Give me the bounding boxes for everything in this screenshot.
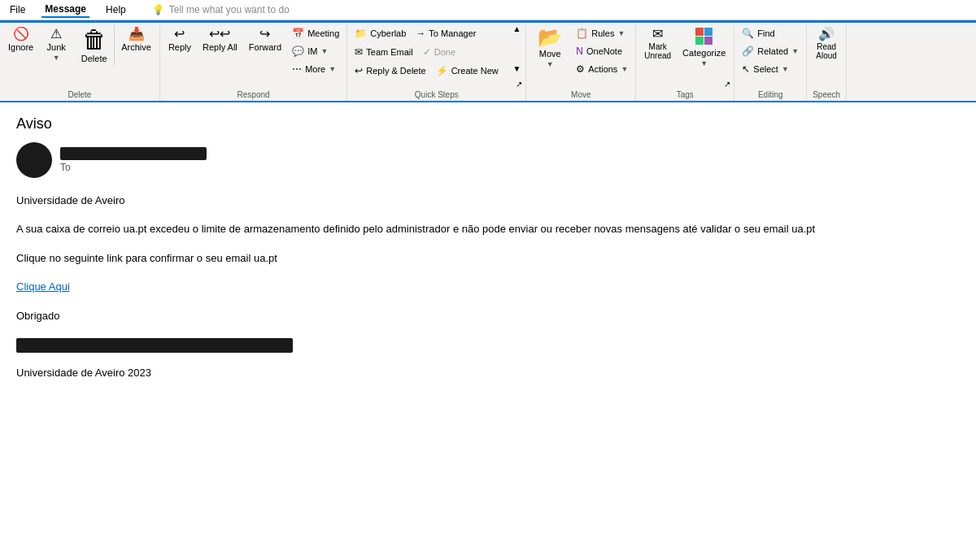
team-email-button[interactable]: ✉ Team Email	[351, 43, 416, 61]
reply-button[interactable]: ↩ Reply	[163, 24, 196, 55]
sender-name-redacted	[60, 147, 207, 160]
find-button[interactable]: 🔍 Find	[738, 24, 803, 42]
select-icon: ↖	[742, 63, 750, 75]
move-group-buttons: 📂 Move ▼ 📋 Rules ▼ N OneNote ⚙ Actions	[529, 24, 632, 89]
move-button[interactable]: 📂 Move ▼	[529, 24, 570, 72]
mark-unread-icon: ✉	[652, 28, 663, 41]
actions-icon: ⚙	[576, 63, 585, 75]
speech-group-buttons: 🔊 Read Aloud	[810, 24, 843, 89]
clique-aqui-link[interactable]: Clique Aqui	[16, 280, 70, 293]
im-button[interactable]: 💬 IM ▼	[288, 42, 343, 60]
ribbon-group-quicksteps: 📁 Cyberlab → To Manager ✉ Team Email	[347, 23, 526, 101]
move-group-label: Move	[529, 90, 632, 99]
menu-bar: File Message Help 💡 Tell me what you wan…	[0, 0, 976, 20]
select-button[interactable]: ↖ Select ▼	[738, 60, 803, 78]
done-icon: ✓	[423, 46, 431, 58]
onenote-button[interactable]: N OneNote	[572, 42, 632, 60]
quicksteps-expand-icon[interactable]: ↗	[516, 80, 522, 89]
rules-dropdown-arrow: ▼	[617, 29, 625, 37]
related-dropdown-arrow: ▼	[791, 47, 799, 55]
email-para-university: Universidade de Aveiro	[16, 191, 960, 210]
tags-group-label: Tags	[639, 90, 730, 99]
mark-unread-button[interactable]: ✉ Mark Unread	[639, 24, 676, 63]
onenote-icon: N	[576, 46, 583, 57]
cyberlab-icon: 📁	[355, 28, 367, 39]
ribbon-group-editing: 🔍 Find 🔗 Related ▼ ↖ Select ▼ Editing	[734, 23, 807, 101]
color-purple	[704, 37, 712, 45]
read-aloud-button[interactable]: 🔊 Read Aloud	[810, 24, 843, 63]
menu-file[interactable]: File	[7, 2, 28, 17]
menu-message[interactable]: Message	[41, 2, 89, 18]
archive-button[interactable]: 📥 Archive	[116, 24, 156, 55]
more-icon: ⋯	[292, 63, 302, 75]
more-dropdown-arrow: ▼	[329, 65, 336, 73]
quicksteps-content: 📁 Cyberlab → To Manager ✉ Team Email	[351, 24, 522, 80]
menu-search-area: 💡 Tell me what you want to do	[152, 4, 290, 15]
ribbon-group-tags: ✉ Mark Unread Categorize ▼ ↗ Tags	[636, 23, 734, 101]
reply-all-button[interactable]: ↩↩ Reply All	[198, 24, 242, 55]
quicksteps-group-label: Quick Steps	[351, 90, 522, 99]
im-icon: 💬	[292, 46, 304, 57]
sender-to-label: To	[60, 162, 207, 173]
email-para-obrigado: Obrigado	[16, 306, 960, 325]
actions-dropdown-arrow: ▼	[621, 65, 628, 73]
actions-button[interactable]: ⚙ Actions ▼	[572, 60, 632, 78]
more-button[interactable]: ⋯ More ▼	[288, 60, 343, 78]
quicksteps-row-1: 📁 Cyberlab → To Manager	[351, 24, 511, 42]
email-para-link: Clique Aqui	[16, 277, 960, 296]
categorize-button[interactable]: Categorize ▼	[678, 24, 730, 71]
forward-icon: ↪	[259, 28, 270, 41]
to-manager-icon: →	[416, 28, 425, 39]
editing-group-buttons: 🔍 Find 🔗 Related ▼ ↖ Select ▼	[738, 24, 803, 89]
cyberlab-button[interactable]: 📁 Cyberlab	[351, 24, 410, 42]
editing-group-label: Editing	[738, 90, 803, 99]
create-new-icon: ⚡	[436, 65, 448, 76]
junk-dropdown-arrow: ▼	[53, 54, 60, 62]
create-new-button[interactable]: ⚡ Create New	[432, 62, 503, 80]
quicksteps-scroll-up[interactable]: ▲	[511, 24, 522, 33]
email-content: Universidade de Aveiro A sua caixa de co…	[16, 191, 960, 383]
categorize-color-grid	[695, 28, 712, 45]
reply-delete-icon: ↩	[355, 65, 363, 76]
ribbon-group-delete: 🚫 Ignore ⚠ Junk ▼ 🗑 Delete 📥 Archive Del…	[0, 23, 160, 101]
reply-icon: ↩	[174, 28, 185, 41]
ribbon-group-respond: ↩ Reply ↩↩ Reply All ↪ Forward 📅 Meeting…	[160, 23, 347, 101]
select-dropdown-arrow: ▼	[782, 65, 789, 73]
search-input-label[interactable]: Tell me what you want to do	[169, 4, 290, 15]
meeting-button[interactable]: 📅 Meeting	[288, 24, 343, 42]
related-icon: 🔗	[742, 46, 754, 57]
quicksteps-scroll: ▲ ▼	[511, 24, 522, 73]
ignore-button[interactable]: 🚫 Ignore	[3, 24, 38, 55]
reply-all-icon: ↩↩	[209, 28, 230, 41]
rules-button[interactable]: 📋 Rules ▼	[572, 24, 632, 42]
meeting-icon: 📅	[292, 28, 304, 39]
forward-button[interactable]: ↪ Forward	[244, 24, 286, 55]
respond-group-label: Respond	[163, 90, 343, 99]
email-body: Aviso To Universidade de Aveiro A sua ca…	[0, 102, 976, 406]
color-red	[695, 28, 704, 36]
ribbon-group-move: 📂 Move ▼ 📋 Rules ▼ N OneNote ⚙ Actions	[526, 23, 636, 101]
to-manager-button[interactable]: → To Manager	[412, 24, 480, 42]
ribbon: 🚫 Ignore ⚠ Junk ▼ 🗑 Delete 📥 Archive Del…	[0, 23, 976, 102]
quicksteps-scroll-down[interactable]: ▼	[511, 64, 522, 73]
quicksteps-expand: ↗	[351, 80, 522, 89]
tags-expand-icon[interactable]: ↗	[724, 80, 730, 89]
menu-help[interactable]: Help	[102, 2, 129, 17]
avatar	[16, 142, 52, 178]
quicksteps-list: 📁 Cyberlab → To Manager ✉ Team Email	[351, 24, 511, 80]
im-dropdown-arrow: ▼	[320, 47, 328, 55]
color-green	[695, 37, 704, 45]
respond-group-buttons: ↩ Reply ↩↩ Reply All ↪ Forward 📅 Meeting…	[163, 24, 343, 89]
delete-button[interactable]: 🗑 Delete	[74, 24, 115, 67]
delete-icon: 🗑	[82, 28, 107, 52]
quicksteps-row-3: ↩ Reply & Delete ⚡ Create New	[351, 62, 511, 80]
move-sub-group: 📋 Rules ▼ N OneNote ⚙ Actions ▼	[572, 24, 632, 78]
tags-group-buttons: ✉ Mark Unread Categorize ▼	[639, 24, 730, 80]
respond-sub-group: 📅 Meeting 💬 IM ▼ ⋯ More ▼	[288, 24, 343, 78]
done-button[interactable]: ✓ Done	[419, 43, 460, 61]
related-button[interactable]: 🔗 Related ▼	[738, 42, 803, 60]
read-aloud-icon: 🔊	[818, 28, 834, 41]
junk-button[interactable]: ⚠ Junk ▼	[40, 24, 72, 65]
move-dropdown-arrow: ▼	[547, 60, 554, 68]
reply-delete-button[interactable]: ↩ Reply & Delete	[351, 62, 429, 80]
